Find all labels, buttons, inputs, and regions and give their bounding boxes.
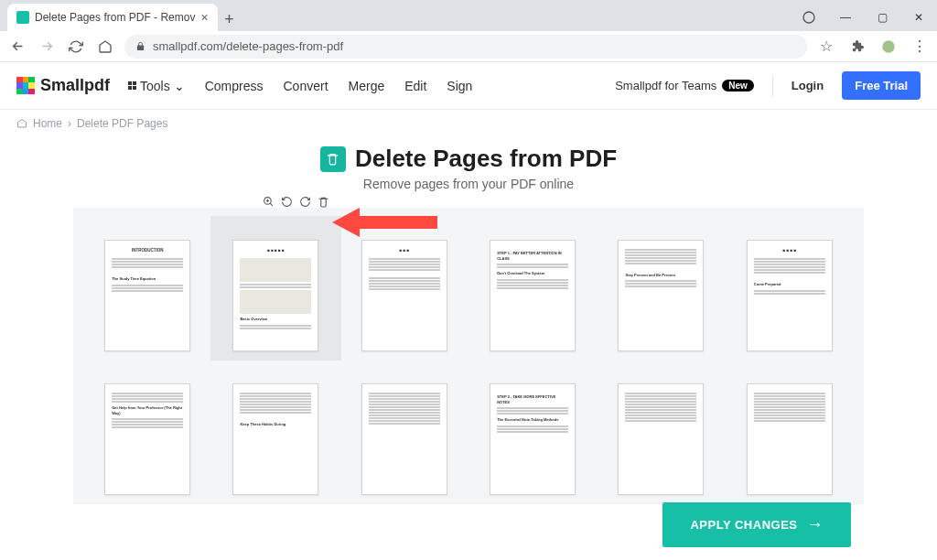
url-text: smallpdf.com/delete-pages-from-pdf xyxy=(153,39,343,53)
star-icon[interactable]: ☆ xyxy=(816,37,836,57)
lock-icon xyxy=(135,41,145,51)
teams-link[interactable]: Smallpdf for Teams New xyxy=(615,79,754,92)
login-link[interactable]: Login xyxy=(792,79,824,92)
rotate-left-icon[interactable] xyxy=(281,196,293,208)
logo[interactable]: Smallpdf xyxy=(16,76,110,95)
page-thumb-9[interactable] xyxy=(353,383,456,495)
grid-icon xyxy=(128,81,136,90)
arrow-right-icon: → xyxy=(807,515,824,534)
logo-text: Smallpdf xyxy=(40,76,110,95)
breadcrumb-separator: › xyxy=(68,117,71,130)
breadcrumb-home[interactable]: Home xyxy=(33,117,62,130)
apply-bar: APPLY CHANGES → xyxy=(662,502,851,547)
new-tab-button[interactable]: + xyxy=(218,7,242,31)
browser-address-bar: smallpdf.com/delete-pages-from-pdf ☆ ⋮ xyxy=(0,31,937,62)
reload-button[interactable] xyxy=(66,37,86,57)
rotate-right-icon[interactable] xyxy=(299,196,311,208)
menu-icon[interactable]: ⋮ xyxy=(910,37,930,57)
logo-icon xyxy=(16,77,35,95)
svg-point-1 xyxy=(882,40,894,52)
apply-changes-button[interactable]: APPLY CHANGES → xyxy=(662,502,851,547)
pages-grid: INTRODUCTIONThe Study Time Equation ■ ■ … xyxy=(96,240,841,495)
nav-merge[interactable]: Merge xyxy=(349,79,385,93)
chevron-down-icon: ⌄ xyxy=(174,79,185,93)
nav-compress[interactable]: Compress xyxy=(205,79,264,93)
page-thumb-7[interactable]: Get Help from Your Professor (The Right … xyxy=(96,383,199,495)
page-tools xyxy=(263,196,329,208)
divider xyxy=(772,75,773,97)
page-thumb-10[interactable]: STEP 2 - TAKE MORE EFFECTIVE NOTESThe Es… xyxy=(481,383,584,495)
new-badge: New xyxy=(722,80,754,92)
svg-point-0 xyxy=(803,12,814,23)
page-thumb-8[interactable]: Keep These Habits During xyxy=(224,383,327,495)
trash-icon[interactable] xyxy=(318,196,329,208)
breadcrumb-current: Delete PDF Pages xyxy=(77,117,167,130)
incognito-icon[interactable] xyxy=(791,4,827,31)
page-heading: Delete Pages from PDF xyxy=(320,145,617,173)
nav-edit[interactable]: Edit xyxy=(404,79,426,93)
page-thumb-4[interactable]: STEP 1 - PAY BETTER ATTENTION IN CLASSDo… xyxy=(481,240,584,351)
page-title-section: Delete Pages from PDF Remove pages from … xyxy=(0,145,937,191)
url-field[interactable]: smallpdf.com/delete-pages-from-pdf xyxy=(124,35,807,59)
page-thumb-1[interactable]: INTRODUCTIONThe Study Time Equation xyxy=(96,240,199,351)
tab-close-icon[interactable]: × xyxy=(200,11,208,24)
window-minimize-button[interactable]: — xyxy=(827,4,864,31)
forward-button[interactable] xyxy=(37,37,57,57)
home-icon[interactable] xyxy=(16,118,27,129)
page-thumb-2-selected[interactable]: ■ ■ ■ ■ ■Basic Overview xyxy=(210,216,340,361)
nav-sign[interactable]: Sign xyxy=(447,79,472,93)
page-thumb-12[interactable] xyxy=(738,383,841,495)
breadcrumb: Home › Delete PDF Pages xyxy=(0,110,937,137)
free-trial-button[interactable]: Free Trial xyxy=(842,71,921,100)
browser-titlebar: Delete Pages from PDF - Remov × + — ▢ ✕ xyxy=(0,0,937,31)
favicon-icon xyxy=(16,11,29,24)
page-thumb-5[interactable]: Stay Present and Be Present xyxy=(609,240,712,351)
nav-convert[interactable]: Convert xyxy=(284,79,328,93)
page-thumb-3[interactable]: ■ ■ ■ xyxy=(353,240,456,351)
browser-tab[interactable]: Delete Pages from PDF - Remov × xyxy=(7,4,218,31)
page-subtitle: Remove pages from your PDF online xyxy=(0,177,937,191)
page-thumb-6[interactable]: ■ ■ ■ ■Come Prepared xyxy=(738,240,841,351)
app-header: Smallpdf Tools ⌄ Compress Convert Merge … xyxy=(0,62,937,110)
zoom-in-icon[interactable] xyxy=(263,196,275,208)
profile-icon[interactable] xyxy=(878,37,899,57)
window-maximize-button[interactable]: ▢ xyxy=(864,4,900,31)
pages-work-area: INTRODUCTIONThe Study Time Equation ■ ■ … xyxy=(73,208,864,504)
home-button[interactable] xyxy=(95,37,115,57)
page-thumb-11[interactable] xyxy=(609,383,712,495)
tab-title: Delete Pages from PDF - Remov xyxy=(35,11,195,24)
back-button[interactable] xyxy=(7,37,27,57)
trash-title-icon xyxy=(320,146,346,172)
window-close-button[interactable]: ✕ xyxy=(900,4,937,31)
tools-menu[interactable]: Tools ⌄ xyxy=(128,79,185,93)
extensions-icon[interactable] xyxy=(847,37,867,57)
